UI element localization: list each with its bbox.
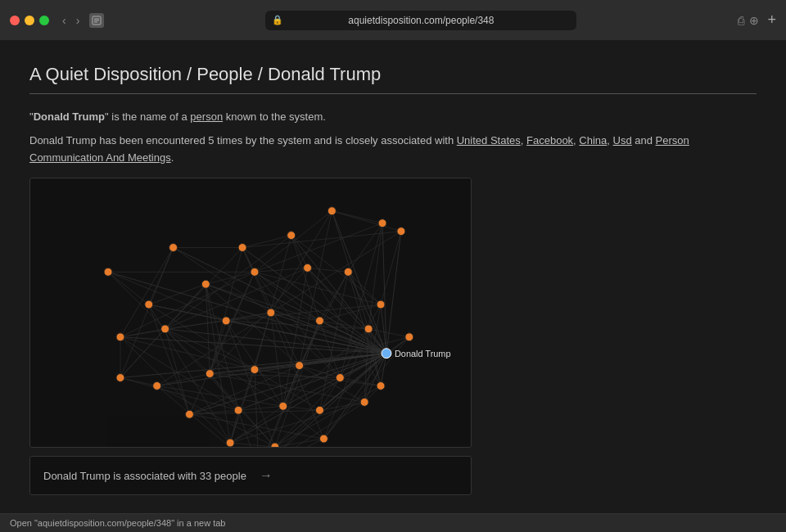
svg-point-211 xyxy=(336,374,344,382)
title-separator xyxy=(29,93,757,94)
svg-point-198 xyxy=(397,228,405,236)
svg-line-21 xyxy=(120,248,174,378)
association-text: Donald Trump is associated with 33 peopl… xyxy=(43,470,246,482)
svg-line-91 xyxy=(120,337,230,443)
svg-line-39 xyxy=(108,273,226,322)
network-graph: Donald Trump xyxy=(29,178,472,448)
svg-point-217 xyxy=(360,399,368,407)
new-tab-button[interactable]: + xyxy=(767,11,776,29)
svg-line-146 xyxy=(230,370,255,443)
svg-line-5 xyxy=(332,211,382,223)
svg-line-102 xyxy=(210,321,226,374)
svg-point-214 xyxy=(234,407,242,415)
svg-point-209 xyxy=(251,366,259,374)
svg-point-218 xyxy=(226,439,234,447)
china-link[interactable]: China xyxy=(579,134,607,147)
person-link[interactable]: person xyxy=(190,110,223,123)
share-button[interactable]: ⎙ xyxy=(738,14,744,27)
description-paragraph-2: Donald Trump has been encountered 5 time… xyxy=(29,133,757,167)
close-button[interactable] xyxy=(10,16,20,25)
nav-buttons: ‹ › xyxy=(59,12,83,29)
svg-point-192 xyxy=(145,300,153,309)
minimize-button[interactable] xyxy=(25,16,34,25)
svg-point-197 xyxy=(377,300,385,309)
svg-point-205 xyxy=(405,333,413,341)
page-content: A Quiet Disposition / People / Donald Tr… xyxy=(0,41,786,532)
svg-line-98 xyxy=(165,329,275,447)
svg-line-31 xyxy=(291,236,308,268)
svg-point-213 xyxy=(185,411,193,419)
svg-line-23 xyxy=(242,236,291,248)
svg-point-187 xyxy=(378,219,386,228)
svg-point-215 xyxy=(279,403,287,411)
svg-point-212 xyxy=(377,382,385,390)
svg-line-65 xyxy=(308,268,349,273)
svg-line-40 xyxy=(108,273,210,374)
facebook-link[interactable]: Facebook xyxy=(526,134,573,147)
svg-line-163 xyxy=(189,411,319,415)
svg-point-195 xyxy=(304,264,312,273)
svg-line-144 xyxy=(255,370,381,386)
traffic-lights xyxy=(10,16,49,25)
svg-line-104 xyxy=(226,321,275,447)
person-name-highlight: Donald Trump xyxy=(34,110,105,123)
browser-actions: ⎙ ⊕ + xyxy=(738,11,776,29)
svg-line-7 xyxy=(332,211,400,232)
svg-line-119 xyxy=(368,329,409,337)
svg-line-95 xyxy=(165,329,255,370)
svg-line-14 xyxy=(368,223,382,329)
bookmark-button[interactable]: ⊕ xyxy=(749,14,759,27)
svg-point-200 xyxy=(161,325,169,333)
association-bar[interactable]: Donald Trump is associated with 33 peopl… xyxy=(29,456,472,495)
svg-point-220 xyxy=(319,435,328,443)
page-title: A Quiet Disposition / People / Donald Tr… xyxy=(29,64,757,85)
united-states-link[interactable]: United States xyxy=(457,134,521,147)
association-arrow: → xyxy=(260,468,273,483)
svg-line-53 xyxy=(206,285,299,366)
svg-point-199 xyxy=(116,333,124,341)
svg-line-133 xyxy=(157,386,283,407)
svg-point-191 xyxy=(104,268,112,277)
svg-line-37 xyxy=(108,273,149,305)
svg-point-203 xyxy=(316,317,324,325)
svg-point-189 xyxy=(238,244,246,252)
browser-chrome: ‹ › 🔒 ⎙ ⊕ + xyxy=(0,0,786,41)
back-button[interactable]: ‹ xyxy=(59,12,70,29)
address-bar-container: 🔒 xyxy=(111,11,731,30)
graph-svg: Donald Trump xyxy=(30,178,471,447)
svg-point-193 xyxy=(201,281,210,289)
svg-point-196 xyxy=(344,268,352,277)
svg-point-186 xyxy=(328,207,336,215)
svg-point-204 xyxy=(364,325,373,333)
svg-point-206 xyxy=(116,374,124,382)
svg-text:Donald Trump: Donald Trump xyxy=(395,349,451,358)
svg-point-207 xyxy=(153,382,161,390)
description-paragraph-1: "Donald Trump" is the name of a person k… xyxy=(29,109,757,126)
svg-line-12 xyxy=(255,223,382,273)
reader-icon[interactable] xyxy=(89,13,104,28)
svg-line-183 xyxy=(323,354,386,439)
svg-line-135 xyxy=(157,386,259,448)
svg-line-80 xyxy=(319,304,381,321)
svg-line-70 xyxy=(283,268,308,407)
svg-line-26 xyxy=(165,248,242,329)
status-bar-text: Open "aquietdisposition.com/people/348" … xyxy=(10,518,225,528)
usd-link[interactable]: Usd xyxy=(613,134,632,147)
svg-point-222 xyxy=(382,349,391,358)
svg-line-25 xyxy=(242,232,401,248)
forward-button[interactable]: › xyxy=(73,12,84,29)
address-bar[interactable] xyxy=(265,11,576,30)
status-bar: Open "aquietdisposition.com/people/348" … xyxy=(0,513,786,532)
maximize-button[interactable] xyxy=(39,16,49,25)
svg-point-194 xyxy=(251,268,259,277)
svg-line-13 xyxy=(348,223,382,273)
svg-point-210 xyxy=(296,362,304,370)
svg-point-190 xyxy=(287,232,296,240)
svg-line-35 xyxy=(255,236,291,370)
svg-line-90 xyxy=(120,337,238,410)
svg-line-177 xyxy=(230,403,364,444)
svg-point-201 xyxy=(222,317,230,325)
svg-point-216 xyxy=(316,407,324,415)
svg-point-202 xyxy=(267,309,275,317)
svg-point-188 xyxy=(169,244,178,252)
